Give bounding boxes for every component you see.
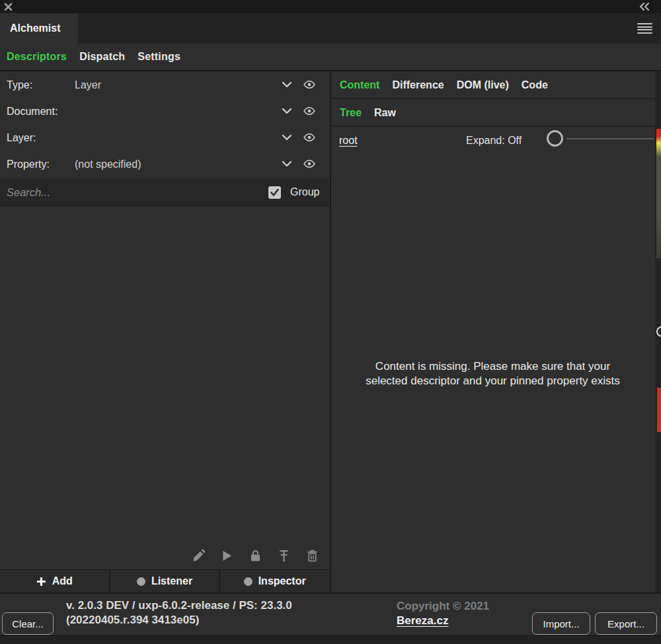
tab-dom-live[interactable]: DOM (live) bbox=[457, 79, 509, 91]
subtab-tree[interactable]: Tree bbox=[340, 107, 362, 119]
window-top-bar bbox=[0, 0, 661, 13]
edge-gradient-sliver bbox=[656, 129, 661, 258]
bottom-edge-strip bbox=[0, 635, 661, 644]
view-subtabs: Tree Raw bbox=[331, 100, 654, 127]
edit-pencil-icon[interactable] bbox=[192, 549, 206, 563]
filter-row-property: Property: (not specified) bbox=[0, 152, 329, 178]
breadcrumb-row: root Expand: Off bbox=[331, 128, 654, 155]
panel-tab-alchemist[interactable]: Alchemist bbox=[0, 13, 78, 44]
panel-tab-strip: Alchemist bbox=[0, 13, 661, 44]
filter-document-label: Document: bbox=[7, 106, 58, 118]
copyright-text: Copyright © 2021 bbox=[397, 600, 489, 613]
group-checkbox-label: Group bbox=[290, 186, 319, 198]
version-info: v. 2.0.3 DEV / uxp-6.0.2-release / PS: 2… bbox=[66, 598, 292, 627]
panel-menu-icon[interactable] bbox=[637, 23, 652, 34]
filter-type-label: Type: bbox=[7, 79, 32, 91]
collapse-panel-icon[interactable] bbox=[639, 3, 650, 11]
lock-icon[interactable] bbox=[249, 549, 262, 563]
plus-icon bbox=[36, 577, 46, 587]
listener-button[interactable]: Listener bbox=[110, 570, 219, 592]
tab-code[interactable]: Code bbox=[522, 79, 548, 91]
empty-content-message: Content is missing. Please make sure tha… bbox=[331, 359, 654, 388]
add-button-label: Add bbox=[52, 575, 73, 587]
record-circle-icon bbox=[244, 577, 253, 586]
tab-difference[interactable]: Difference bbox=[392, 79, 444, 91]
version-line-1: v. 2.0.3 DEV / uxp-6.0.2-release / PS: 2… bbox=[66, 598, 292, 613]
edge-red-sliver bbox=[657, 388, 661, 432]
expand-level-label: Expand: Off bbox=[466, 135, 522, 147]
record-circle-icon bbox=[137, 577, 145, 586]
tab-descriptors[interactable]: Descriptors bbox=[7, 51, 67, 63]
group-checkbox[interactable] bbox=[268, 186, 281, 199]
add-button[interactable]: Add bbox=[0, 570, 109, 592]
tab-dispatch[interactable]: Dispatch bbox=[79, 51, 125, 63]
chevron-down-icon[interactable] bbox=[282, 81, 292, 89]
filter-property-label: Property: bbox=[7, 159, 50, 170]
descriptor-toolbar bbox=[0, 542, 329, 569]
export-button[interactable]: Export... bbox=[595, 612, 657, 635]
filter-layer-label: Layer: bbox=[7, 132, 36, 144]
bereza-link[interactable]: Bereza.cz bbox=[397, 614, 448, 627]
import-button[interactable]: Import... bbox=[532, 612, 590, 635]
content-tabs: Content Difference DOM (live) Code bbox=[331, 73, 654, 99]
empty-content-message-line2: selected descriptor and your pinned prop… bbox=[331, 374, 654, 388]
eye-icon[interactable] bbox=[303, 80, 315, 89]
eye-icon[interactable] bbox=[303, 106, 315, 116]
search-row: Group bbox=[0, 178, 329, 207]
search-input[interactable] bbox=[7, 178, 258, 206]
root-breadcrumb-link[interactable]: root bbox=[339, 135, 358, 147]
filters-section: Type: Layer Document: Layer: Property: (… bbox=[0, 73, 329, 178]
main-nav-tabs: Descriptors Dispatch Settings bbox=[0, 44, 661, 71]
eye-icon[interactable] bbox=[303, 159, 315, 168]
play-icon[interactable] bbox=[220, 549, 234, 563]
inspector-button-label: Inspector bbox=[258, 575, 306, 587]
tab-content[interactable]: Content bbox=[340, 79, 379, 91]
edge-knob-sliver bbox=[656, 326, 661, 337]
expand-slider-track[interactable] bbox=[566, 138, 654, 139]
filter-type-value[interactable]: Layer bbox=[75, 79, 101, 91]
subtab-raw[interactable]: Raw bbox=[374, 107, 396, 119]
listener-button-label: Listener bbox=[151, 575, 192, 587]
tab-settings[interactable]: Settings bbox=[137, 51, 180, 63]
expand-slider-knob[interactable] bbox=[547, 130, 563, 147]
pin-icon[interactable] bbox=[277, 549, 291, 563]
clear-button[interactable]: Clear... bbox=[2, 612, 54, 635]
close-icon[interactable] bbox=[4, 3, 13, 11]
adjacent-panel-edge bbox=[655, 71, 661, 592]
alchemist-panel: Descriptors Dispatch Settings Type: Laye… bbox=[0, 44, 661, 635]
footer: Clear... v. 2.0.3 DEV / uxp-6.0.2-releas… bbox=[0, 592, 661, 635]
filter-row-type: Type: Layer bbox=[0, 73, 329, 99]
filter-row-document: Document: bbox=[0, 99, 329, 125]
chevron-down-icon[interactable] bbox=[282, 161, 292, 168]
empty-content-message-line1: Content is missing. Please make sure tha… bbox=[331, 359, 654, 374]
trash-icon[interactable] bbox=[305, 549, 319, 563]
inspector-button[interactable]: Inspector bbox=[220, 570, 329, 592]
filter-property-value[interactable]: (not specified) bbox=[75, 159, 141, 170]
chevron-down-icon[interactable] bbox=[282, 134, 292, 141]
version-line-2: (20220405.r.394 3413e05) bbox=[66, 613, 292, 627]
chevron-down-icon[interactable] bbox=[282, 108, 292, 115]
action-buttons-row: Add Listener Inspector bbox=[0, 569, 329, 592]
filter-row-layer: Layer: bbox=[0, 125, 329, 152]
eye-icon[interactable] bbox=[303, 133, 315, 142]
